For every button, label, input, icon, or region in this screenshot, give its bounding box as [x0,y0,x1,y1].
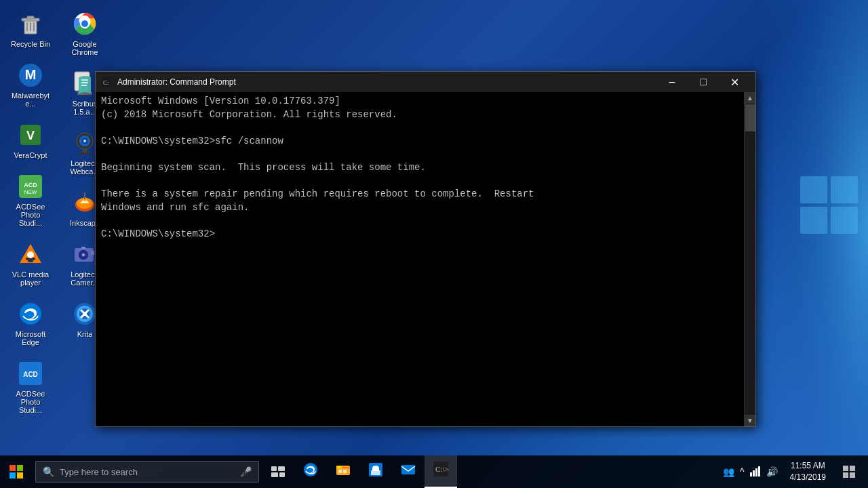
svg-rect-48 [800,207,827,234]
svg-rect-53 [17,465,23,471]
edge-icon [17,300,44,327]
svg-rect-57 [278,466,285,471]
taskbar-apps-area: C:\> [294,455,717,488]
taskbar: 🔍 Type here to search 🎤 [0,455,868,488]
desktop-icon-acdsee-top[interactable]: ACD NEW ACDSee Photo Studi... [7,169,54,230]
scrollbar-up-button[interactable]: ▲ [745,92,756,104]
svg-rect-77 [850,472,855,478]
svg-point-16 [27,251,34,258]
svg-rect-76 [843,472,848,478]
acdsee-bot-icon: ACD [17,360,44,387]
acdsee-top-icon: ACD NEW [17,173,44,200]
svg-text:ACD: ACD [24,182,37,188]
taskbar-app-explorer[interactable] [327,455,359,488]
svg-rect-58 [271,472,278,477]
clock-time: 11:55 AM [791,460,825,472]
svg-rect-47 [831,176,858,203]
svg-rect-45 [760,0,868,455]
vlc-icon [17,241,44,268]
desktop-icon-malwarebytes[interactable]: M Malwarebyte... [7,58,54,111]
svg-text:M: M [25,67,37,82]
desktop-icon-vlc[interactable]: VLC media player [7,237,54,290]
desktop-icon-acdsee-bot[interactable]: ACD ACDSee Photo Studi... [7,357,54,418]
krita-icon [71,300,98,327]
svg-rect-55 [17,472,23,479]
microphone-icon: 🎤 [240,466,252,477]
desktop-icon-recycle-bin[interactable]: Recycle Bin [7,7,54,52]
task-view-button[interactable] [262,455,294,488]
cmd-close-button[interactable]: ✕ [719,72,750,92]
svg-rect-15 [28,260,33,262]
volume-icon: 🔊 [764,466,781,477]
taskbar-app-cmd[interactable]: C:\> [425,455,457,488]
svg-rect-71 [753,470,755,476]
cmd-maximize-button[interactable]: □ [688,72,719,92]
svg-rect-66 [371,470,380,475]
network-icon [747,466,764,479]
svg-point-17 [20,303,41,325]
svg-rect-62 [336,466,342,468]
veracrypt-icon: V [17,121,44,148]
svg-point-28 [83,140,86,142]
taskbar-search-box[interactable]: 🔍 Type here to search 🎤 [35,461,259,483]
cmd-window-controls: – □ ✕ [656,72,750,92]
webcam-icon [71,129,98,157]
scrollbar-thumb[interactable] [745,104,755,131]
krita-label: Krita [77,330,93,338]
scrollbar-down-button[interactable]: ▼ [745,415,756,426]
scrollbar-track[interactable] [745,104,755,415]
svg-rect-59 [279,472,285,477]
cmd-body: Microsoft Windows [Version 10.0.17763.37… [96,92,755,426]
search-icon: 🔍 [43,466,54,477]
clock-date: 4/13/2019 [790,472,826,483]
malwarebytes-label: Malwarebyte... [10,92,51,108]
svg-rect-73 [758,466,760,476]
svg-text:NEW: NEW [24,189,37,195]
cmd-titlebar[interactable]: C: Administrator: Command Prompt – □ ✕ [96,72,755,92]
svg-text:V: V [26,129,35,142]
svg-point-44 [83,312,87,316]
chrome-label: Google Chrome [64,40,105,56]
taskbar-app-store[interactable] [359,455,392,488]
acdsee-top-label: ACDSee Photo Studi... [10,203,51,227]
cmd-content-area[interactable]: Microsoft Windows [Version 10.0.17763.37… [96,92,744,426]
taskbar-app-edge[interactable] [294,455,327,488]
systray-icons-area[interactable]: 👥 ^ 🔊 [717,466,783,479]
svg-rect-49 [831,207,858,234]
desktop: Recycle Bin M Malwarebyte... V VeraCrypt [0,0,868,488]
desktop-icon-google-chrome[interactable]: Google Chrome [61,7,108,60]
notification-button[interactable] [833,455,865,488]
desktop-icons-container: Recycle Bin M Malwarebyte... V VeraCrypt [0,0,102,455]
svg-rect-46 [800,176,827,203]
svg-rect-63 [338,470,342,473]
svg-rect-56 [271,466,277,471]
svg-rect-30 [79,152,91,155]
svg-rect-72 [755,468,757,476]
svg-rect-29 [83,149,87,152]
svg-rect-75 [850,466,855,471]
cmd-minimize-button[interactable]: – [656,72,688,92]
acdsee-bot-label: ACDSee Photo Studi... [10,390,51,414]
svg-rect-74 [843,466,848,471]
explorer-taskbar-icon [335,462,351,482]
svg-point-38 [82,253,85,256]
svg-rect-64 [343,470,347,473]
start-button[interactable] [0,455,33,488]
vlc-label: VLC media player [10,270,51,287]
camera-icon [71,241,98,268]
svg-text:ACD: ACD [23,371,38,378]
cmd-scrollbar[interactable]: ▲ ▼ [744,92,755,426]
svg-point-22 [81,20,88,27]
command-prompt-window[interactable]: C: Administrator: Command Prompt – □ ✕ M… [95,71,756,427]
desktop-icon-microsoft-edge[interactable]: Microsoft Edge [7,297,54,350]
taskbar-app-mail[interactable] [392,455,425,488]
desktop-icon-veracrypt[interactable]: V VeraCrypt [7,118,54,163]
taskbar-clock[interactable]: 11:55 AM 4/13/2019 [783,455,833,488]
svg-rect-52 [9,465,16,471]
svg-rect-39 [91,251,94,255]
recycle-bin-label: Recycle Bin [11,40,50,48]
search-placeholder-text: Type here to search [60,467,240,477]
malwarebytes-icon: M [17,62,44,89]
svg-rect-70 [750,472,752,476]
store-taskbar-icon [368,462,384,482]
